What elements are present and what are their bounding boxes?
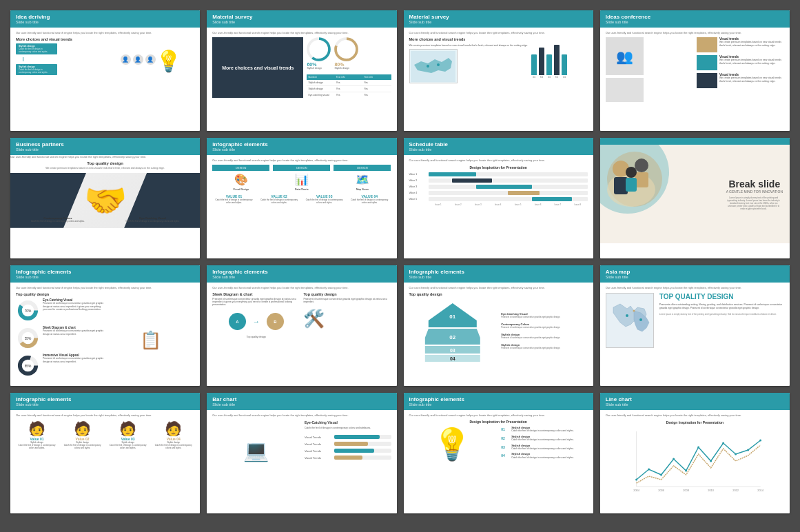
bulb-text-1: Stylish design Catch the feel of design … [511,426,574,433]
us-map-svg [411,51,455,82]
slide-14-desc: Our user-friendly and functional search … [212,413,391,417]
pyramid-labels: Eye-Catching Visual Praesent id sceleris… [501,300,588,362]
person-col-4: 🧑 Value 04 Stylish design Catch the feel… [152,420,194,449]
slide-13[interactable]: Infographic elements Slide sub title Our… [10,393,200,513]
slide-8-body: Break slide A GENTLE MIND FOR INNOVATION… [600,145,790,243]
slide-12-header: Asia map Slide sub title [600,265,790,283]
slide-2-subtitle: Slide sub title [212,20,391,24]
svg-point-33 [639,318,642,321]
line-chart-area: Design Inspiration for Presentation [606,420,784,498]
svg-point-41 [685,470,687,472]
gantt-month-8: Issue 8 [568,203,588,206]
pyramid-label-2: Contemporary Colors Praesent id sceleris… [501,323,588,329]
gantt-track-2 [429,178,588,183]
svg-point-42 [697,447,699,449]
slide-9[interactable]: Infographic elements Slide sub title Our… [10,265,200,386]
svg-text:70%: 70% [25,310,32,314]
slide-1[interactable]: Idea deriving Slide sub title Our user-f… [10,10,200,131]
person-fig-4: 🧑 [152,420,194,437]
slide-12[interactable]: Asia map Slide sub title Our user-friend… [600,265,790,386]
slide-4[interactable]: Ideas conference Slide sub title Our use… [600,10,790,131]
svg-point-46 [747,449,749,451]
break-desc: Lorem Ipsum is simply dummy text of the … [726,196,781,210]
slide-3-top-desc: We create premium templates based on new… [409,44,529,47]
bar-col-3 [546,54,552,75]
gantt-month-2: Issue 2 [448,203,468,206]
slide-8[interactable]: Break slide A GENTLE MIND FOR INNOVATION… [600,138,790,258]
slide-9-right: 📋 [107,298,194,381]
svg-point-38 [648,469,650,471]
svg-point-32 [626,314,628,317]
svg-point-47 [759,440,761,442]
flow-box-2: Stylish design Catch the feel of design … [16,64,57,75]
bulb-text-2: Stylish design Catch the feel of design … [511,435,574,442]
bulb-label-row-4: 04 Stylish design Catch the feel of desi… [501,452,588,459]
horiz-track-4 [334,456,391,460]
slide-9-desc: Our user-friendly and functional search … [16,286,194,289]
flow-box-1: Stylish design Catch the feel of design … [16,43,57,54]
bulb-labels: 01 Stylish design Catch the feel of desi… [501,426,588,462]
pyramid-label-4: Stylish design Praesent id scelerisque c… [501,343,588,349]
horiz-track-1 [334,435,391,439]
flow-diagram: Stylish design Catch the feel of design … [16,43,103,75]
horiz-bar-1: Visual Trends [305,435,391,439]
table-row-2: Stylish design Yes Yes [307,86,391,92]
gantt-fill-4 [508,191,540,195]
slide-15-desc: Our user-friendly and functional search … [409,413,588,417]
slide-5-body: Our user-friendly and functional search … [10,155,200,254]
slide-6-title: Infographic elements [212,141,391,147]
slide-1-body: Our user-friendly and functional search … [10,28,200,126]
slide-7-title: Schedule table [409,141,588,147]
slide-3-title: Material survey [409,14,588,20]
slide-14[interactable]: Bar chart Slide sub title Our user-frien… [207,393,396,513]
pyramid-svg: 01 02 03 04 [409,300,496,362]
horiz-label-4: Visual Trends [305,456,332,460]
bulb-label-row-2: 02 Stylish design Catch the feel of desi… [501,435,588,442]
break-title: Break slide [726,178,783,190]
slide-3-header: Material survey Slide sub title [404,10,593,28]
value-box-1: VALUE 01 Catch the feel of design in con… [212,194,256,204]
slide-4-subtitle: Slide sub title [606,20,784,24]
gantt-fill-1 [429,172,476,176]
slide-10-diagram-label-text: Top quality design [212,336,300,338]
bar-chart-vert: Eye-Catching Visual Catch the feel of de… [305,420,391,462]
slide-3-content: We create premium templates based on new… [409,44,588,83]
slide-5[interactable]: Business partners Slide sub title Our us… [10,138,200,258]
slide-2[interactable]: Material survey Slide sub title Our user… [207,10,396,131]
slide-9-subtitle: Slide sub title [16,275,194,279]
slide-1-title: Idea deriving [16,14,194,20]
donut-2: 55% [16,326,40,350]
pie-chart-2 [334,37,358,61]
slide-5-desc: Our user-friendly and functional search … [10,155,200,158]
gantt-month-3: Issue 3 [468,203,488,206]
vt-img-3 [697,73,717,88]
infog-item-2: 55% Sleek Diagram & chart Praesent id sc… [16,326,103,350]
slide-3-body: Our user-friendly and functional search … [404,28,593,126]
laptop-area: 💻 [212,420,299,462]
slide-3[interactable]: Material survey Slide sub title Our user… [404,10,593,131]
slide-11-body: Our user-friendly and functional search … [404,283,593,381]
slide-7[interactable]: Schedule table Slide sub title Our user-… [404,138,593,258]
pyramid-label-desc-2: Praesent id scelerisque consectetur grav… [501,326,588,329]
person-col-1: 🧑 Value 01 Stylish design Catch the feel… [16,420,58,449]
slide-16[interactable]: Line chart Slide sub title Our user-frie… [600,393,790,513]
slide-15[interactable]: Infographic elements Slide sub title Our… [404,393,593,513]
bulb-container: 💡 [156,49,181,73]
gantt-task-5: Value 5 [409,198,427,201]
slide-15-title: Infographic elements [409,396,588,402]
bar-col-5 [562,54,567,75]
slide-9-left: 70% Eye-Catching Visual Praesent id scel… [16,298,103,381]
horiz-fill-4 [334,456,362,460]
people-row: 🧑 Value 01 Stylish design Catch the feel… [16,420,194,449]
bulb-desc-4: Catch the feel of design in contemporary… [511,456,574,460]
gantt-row-4: Value 4 [409,191,588,195]
slide-11[interactable]: Infographic elements Slide sub title Our… [404,265,593,386]
slide-10[interactable]: Infographic elements Slide sub title Our… [207,265,396,386]
person-pdesc-4: Catch the feel of design in contemporary… [152,444,194,449]
value-desc-3: Catch the feel of design in contemporary… [302,198,346,204]
break-text-area: Break slide A GENTLE MIND FOR INNOVATION… [726,178,783,210]
slide-6[interactable]: Infographic elements Slide sub title Our… [207,138,396,258]
asia-map-label2: Lorem Ipsum is simply dummy text of the … [659,313,784,316]
slide-12-body: Our user-friendly and functional search … [600,283,790,381]
slide-6-desc: Our user-friendly and functional search … [212,158,391,162]
